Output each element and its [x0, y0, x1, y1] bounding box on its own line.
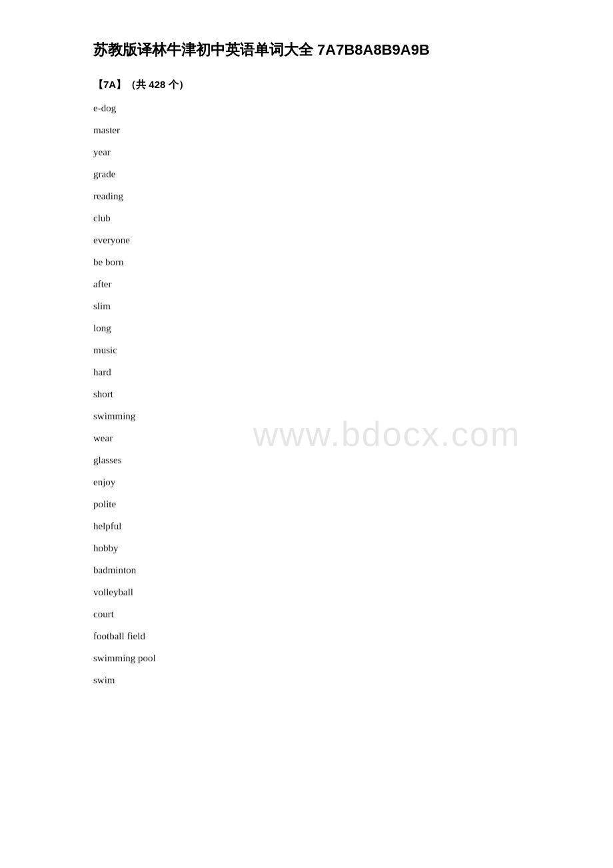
- list-item: slim: [93, 301, 520, 311]
- list-item: year: [93, 147, 520, 157]
- list-item: reading: [93, 191, 520, 201]
- list-item: football field: [93, 631, 520, 641]
- list-item: be born: [93, 257, 520, 267]
- list-item: music: [93, 345, 520, 355]
- list-item: polite: [93, 499, 520, 509]
- word-list: e-dogmasteryeargradereadingclubeveryoneb…: [93, 103, 520, 685]
- list-item: wear: [93, 433, 520, 443]
- list-item: badminton: [93, 565, 520, 575]
- list-item: enjoy: [93, 477, 520, 487]
- list-item: helpful: [93, 521, 520, 531]
- list-item: glasses: [93, 455, 520, 465]
- list-item: long: [93, 323, 520, 333]
- list-item: court: [93, 609, 520, 619]
- section-7a-header: 【7A】（共 428 个）: [93, 79, 520, 91]
- list-item: e-dog: [93, 103, 520, 113]
- list-item: swimming: [93, 411, 520, 421]
- list-item: swim: [93, 675, 520, 685]
- list-item: grade: [93, 169, 520, 179]
- list-item: hard: [93, 367, 520, 377]
- list-item: everyone: [93, 235, 520, 245]
- list-item: swimming pool: [93, 653, 520, 663]
- page-title: 苏教版译林牛津初中英语单词大全 7A7B8A8B9A9B: [93, 40, 520, 60]
- list-item: master: [93, 125, 520, 135]
- list-item: after: [93, 279, 520, 289]
- list-item: short: [93, 389, 520, 399]
- list-item: hobby: [93, 543, 520, 553]
- list-item: volleyball: [93, 587, 520, 597]
- list-item: club: [93, 213, 520, 223]
